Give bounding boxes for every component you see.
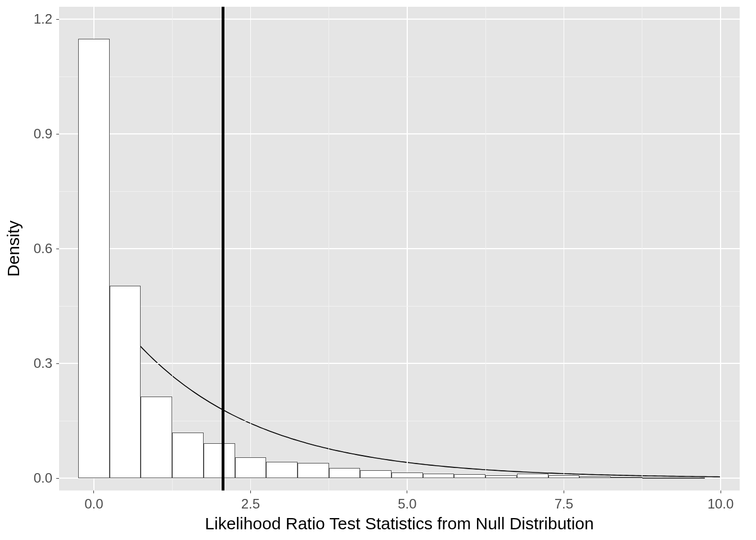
vertical-reference-line xyxy=(222,7,224,490)
histogram-bar xyxy=(642,478,674,479)
grid-major-h xyxy=(59,363,740,364)
grid-minor-h xyxy=(59,306,740,307)
x-tick-mark xyxy=(93,490,94,493)
plot-panel xyxy=(59,7,740,490)
histogram-bar xyxy=(141,397,172,478)
grid-minor-v xyxy=(642,7,642,490)
y-tick-mark xyxy=(56,249,59,249)
x-tick-mark xyxy=(721,490,721,493)
histogram-bar xyxy=(454,474,485,478)
histogram-bar xyxy=(673,478,705,479)
histogram-bar xyxy=(78,39,110,478)
grid-major-h xyxy=(59,133,740,134)
histogram-bar xyxy=(423,474,454,478)
grid-minor-v xyxy=(485,7,486,490)
y-tick-label: 0.9 xyxy=(0,126,52,142)
grid-major-h xyxy=(59,19,740,20)
chart-container: Density Likelihood Ratio Test Statistics… xyxy=(0,0,756,540)
grid-minor-v xyxy=(328,7,329,490)
grid-minor-h xyxy=(59,76,740,77)
x-tick-mark xyxy=(564,490,564,493)
y-tick-mark xyxy=(56,134,59,134)
x-tick-mark xyxy=(407,490,407,493)
histogram-bar xyxy=(485,475,517,478)
x-tick-label: 5.0 xyxy=(398,496,416,512)
x-tick-label: 2.5 xyxy=(241,496,260,512)
histogram-bar xyxy=(204,443,235,478)
histogram-bar xyxy=(110,286,141,478)
y-tick-mark xyxy=(56,478,59,479)
histogram-bar xyxy=(548,475,580,478)
y-tick-label: 1.2 xyxy=(0,11,52,27)
y-tick-label: 0.6 xyxy=(0,241,52,256)
y-tick-label: 0.3 xyxy=(0,356,52,371)
grid-minor-h xyxy=(59,191,740,192)
histogram-bar xyxy=(298,463,329,478)
histogram-bar xyxy=(611,477,642,478)
x-tick-label: 0.0 xyxy=(84,496,103,512)
histogram-bar xyxy=(360,470,392,478)
histogram-bar xyxy=(517,474,548,478)
grid-major-h xyxy=(59,248,740,249)
histogram-bar xyxy=(392,472,423,478)
y-tick-label: 0.0 xyxy=(0,470,52,486)
x-tick-mark xyxy=(250,490,251,493)
x-tick-label: 10.0 xyxy=(708,496,734,512)
histogram-bar xyxy=(235,457,267,478)
y-tick-mark xyxy=(56,363,59,364)
histogram-bar xyxy=(329,468,361,478)
x-tick-label: 7.5 xyxy=(555,496,573,512)
y-tick-mark xyxy=(56,19,59,20)
x-axis-title: Likelihood Ratio Test Statistics from Nu… xyxy=(205,514,593,533)
histogram-bar xyxy=(266,462,298,478)
histogram-bar xyxy=(579,476,611,478)
histogram-bar xyxy=(172,433,204,478)
